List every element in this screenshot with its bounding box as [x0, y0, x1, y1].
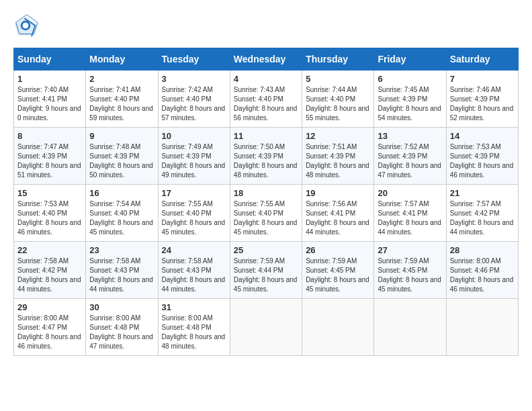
logo-icon: [13, 13, 38, 38]
day-number: 29: [17, 302, 82, 312]
calendar-cell: 15 Sunrise: 7:53 AM Sunset: 4:40 PM Dayl…: [14, 185, 86, 242]
day-info: Sunrise: 7:45 AM Sunset: 4:39 PM Dayligh…: [378, 85, 442, 123]
day-info: Sunrise: 7:58 AM Sunset: 4:43 PM Dayligh…: [162, 257, 226, 294]
svg-point-3: [23, 23, 29, 29]
day-number: 3: [162, 74, 226, 84]
day-number: 10: [162, 131, 226, 141]
calendar-cell: 27 Sunrise: 7:59 AM Sunset: 4:45 PM Dayl…: [374, 242, 446, 299]
day-number: 15: [17, 188, 82, 198]
calendar-day-header: Wednesday: [230, 48, 302, 71]
logo: [13, 13, 40, 38]
day-info: Sunrise: 7:42 AM Sunset: 4:40 PM Dayligh…: [162, 85, 226, 123]
day-number: 21: [450, 188, 515, 198]
calendar-week-row: 29 Sunrise: 8:00 AM Sunset: 4:47 PM Dayl…: [14, 299, 519, 356]
day-info: Sunrise: 7:46 AM Sunset: 4:39 PM Dayligh…: [450, 85, 515, 123]
day-number: 17: [162, 188, 226, 198]
day-number: 28: [450, 245, 515, 255]
day-number: 20: [378, 188, 442, 198]
calendar-day-header: Thursday: [302, 48, 374, 71]
calendar-cell: 1 Sunrise: 7:40 AM Sunset: 4:41 PM Dayli…: [14, 71, 86, 128]
day-number: 5: [306, 74, 370, 84]
day-info: Sunrise: 7:53 AM Sunset: 4:39 PM Dayligh…: [450, 142, 515, 180]
day-info: Sunrise: 7:40 AM Sunset: 4:41 PM Dayligh…: [17, 85, 82, 123]
day-info: Sunrise: 7:47 AM Sunset: 4:39 PM Dayligh…: [17, 142, 82, 180]
calendar-cell: [302, 299, 374, 356]
day-info: Sunrise: 7:57 AM Sunset: 4:41 PM Dayligh…: [378, 199, 442, 237]
calendar-cell: 11 Sunrise: 7:50 AM Sunset: 4:39 PM Dayl…: [230, 128, 302, 185]
calendar-cell: 30 Sunrise: 8:00 AM Sunset: 4:48 PM Dayl…: [86, 299, 158, 356]
day-number: 12: [306, 131, 370, 141]
calendar-cell: 14 Sunrise: 7:53 AM Sunset: 4:39 PM Dayl…: [446, 128, 518, 185]
day-number: 16: [89, 188, 154, 198]
day-number: 9: [89, 131, 154, 141]
calendar-cell: 12 Sunrise: 7:51 AM Sunset: 4:39 PM Dayl…: [302, 128, 374, 185]
calendar-cell: 31 Sunrise: 8:00 AM Sunset: 4:48 PM Dayl…: [158, 299, 230, 356]
day-number: 2: [89, 74, 154, 84]
day-number: 13: [378, 131, 442, 141]
day-info: Sunrise: 7:55 AM Sunset: 4:40 PM Dayligh…: [162, 199, 226, 237]
calendar-cell: 19 Sunrise: 7:56 AM Sunset: 4:41 PM Dayl…: [302, 185, 374, 242]
day-info: Sunrise: 7:49 AM Sunset: 4:39 PM Dayligh…: [162, 142, 226, 180]
day-info: Sunrise: 7:59 AM Sunset: 4:45 PM Dayligh…: [306, 257, 370, 294]
day-number: 25: [234, 245, 298, 255]
calendar-day-header: Friday: [374, 48, 446, 71]
calendar-cell: 4 Sunrise: 7:43 AM Sunset: 4:40 PM Dayli…: [230, 71, 302, 128]
day-number: 30: [89, 302, 154, 312]
calendar-cell: 10 Sunrise: 7:49 AM Sunset: 4:39 PM Dayl…: [158, 128, 230, 185]
day-number: 22: [17, 245, 82, 255]
day-info: Sunrise: 8:00 AM Sunset: 4:48 PM Dayligh…: [162, 314, 226, 351]
calendar-day-header: Saturday: [446, 48, 518, 71]
day-info: Sunrise: 7:58 AM Sunset: 4:43 PM Dayligh…: [89, 257, 154, 294]
day-info: Sunrise: 7:44 AM Sunset: 4:40 PM Dayligh…: [306, 85, 370, 123]
day-info: Sunrise: 7:55 AM Sunset: 4:40 PM Dayligh…: [234, 199, 298, 237]
day-info: Sunrise: 7:43 AM Sunset: 4:40 PM Dayligh…: [234, 85, 298, 123]
calendar-day-header: Tuesday: [158, 48, 230, 71]
day-info: Sunrise: 7:59 AM Sunset: 4:44 PM Dayligh…: [234, 257, 298, 294]
calendar-week-row: 15 Sunrise: 7:53 AM Sunset: 4:40 PM Dayl…: [14, 185, 519, 242]
day-number: 1: [17, 74, 82, 84]
calendar-cell: 2 Sunrise: 7:41 AM Sunset: 4:40 PM Dayli…: [86, 71, 158, 128]
calendar-cell: 23 Sunrise: 7:58 AM Sunset: 4:43 PM Dayl…: [86, 242, 158, 299]
calendar-cell: 13 Sunrise: 7:52 AM Sunset: 4:39 PM Dayl…: [374, 128, 446, 185]
page-header: [13, 13, 519, 38]
day-info: Sunrise: 7:51 AM Sunset: 4:39 PM Dayligh…: [306, 142, 370, 180]
day-info: Sunrise: 7:53 AM Sunset: 4:40 PM Dayligh…: [17, 199, 82, 237]
calendar-cell: 8 Sunrise: 7:47 AM Sunset: 4:39 PM Dayli…: [14, 128, 86, 185]
calendar-cell: 9 Sunrise: 7:48 AM Sunset: 4:39 PM Dayli…: [86, 128, 158, 185]
calendar-cell: [374, 299, 446, 356]
calendar-cell: 22 Sunrise: 7:58 AM Sunset: 4:42 PM Dayl…: [14, 242, 86, 299]
calendar-cell: 16 Sunrise: 7:54 AM Sunset: 4:40 PM Dayl…: [86, 185, 158, 242]
day-info: Sunrise: 7:52 AM Sunset: 4:39 PM Dayligh…: [378, 142, 442, 180]
day-info: Sunrise: 8:00 AM Sunset: 4:47 PM Dayligh…: [17, 314, 82, 351]
day-number: 7: [450, 74, 515, 84]
day-info: Sunrise: 7:41 AM Sunset: 4:40 PM Dayligh…: [89, 85, 154, 123]
day-info: Sunrise: 7:56 AM Sunset: 4:41 PM Dayligh…: [306, 199, 370, 237]
day-info: Sunrise: 7:59 AM Sunset: 4:45 PM Dayligh…: [378, 257, 442, 294]
day-info: Sunrise: 7:48 AM Sunset: 4:39 PM Dayligh…: [89, 142, 154, 180]
calendar-cell: 21 Sunrise: 7:57 AM Sunset: 4:42 PM Dayl…: [446, 185, 518, 242]
day-number: 19: [306, 188, 370, 198]
day-number: 24: [162, 245, 226, 255]
calendar-cell: 6 Sunrise: 7:45 AM Sunset: 4:39 PM Dayli…: [374, 71, 446, 128]
calendar-cell: 7 Sunrise: 7:46 AM Sunset: 4:39 PM Dayli…: [446, 71, 518, 128]
calendar-cell: [230, 299, 302, 356]
calendar-cell: 24 Sunrise: 7:58 AM Sunset: 4:43 PM Dayl…: [158, 242, 230, 299]
calendar-cell: 29 Sunrise: 8:00 AM Sunset: 4:47 PM Dayl…: [14, 299, 86, 356]
day-info: Sunrise: 7:58 AM Sunset: 4:42 PM Dayligh…: [17, 257, 82, 294]
calendar-cell: 26 Sunrise: 7:59 AM Sunset: 4:45 PM Dayl…: [302, 242, 374, 299]
calendar-cell: 3 Sunrise: 7:42 AM Sunset: 4:40 PM Dayli…: [158, 71, 230, 128]
calendar-day-header: Monday: [86, 48, 158, 71]
calendar-cell: 17 Sunrise: 7:55 AM Sunset: 4:40 PM Dayl…: [158, 185, 230, 242]
calendar-cell: [446, 299, 518, 356]
calendar-day-header: Sunday: [14, 48, 86, 71]
day-info: Sunrise: 8:00 AM Sunset: 4:46 PM Dayligh…: [450, 257, 515, 294]
calendar-cell: 25 Sunrise: 7:59 AM Sunset: 4:44 PM Dayl…: [230, 242, 302, 299]
day-number: 4: [234, 74, 298, 84]
calendar-cell: 20 Sunrise: 7:57 AM Sunset: 4:41 PM Dayl…: [374, 185, 446, 242]
day-info: Sunrise: 7:57 AM Sunset: 4:42 PM Dayligh…: [450, 199, 515, 237]
calendar-table: SundayMondayTuesdayWednesdayThursdayFrid…: [13, 48, 519, 356]
day-info: Sunrise: 8:00 AM Sunset: 4:48 PM Dayligh…: [89, 314, 154, 351]
calendar-week-row: 22 Sunrise: 7:58 AM Sunset: 4:42 PM Dayl…: [14, 242, 519, 299]
calendar-week-row: 8 Sunrise: 7:47 AM Sunset: 4:39 PM Dayli…: [14, 128, 519, 185]
calendar-cell: 18 Sunrise: 7:55 AM Sunset: 4:40 PM Dayl…: [230, 185, 302, 242]
